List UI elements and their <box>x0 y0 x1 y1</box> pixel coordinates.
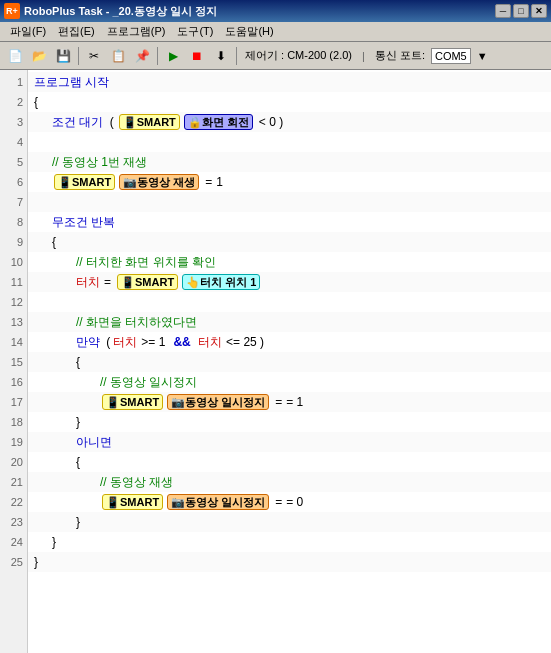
smart-block-3[interactable]: 📱 SMART <box>119 114 180 130</box>
line-num-9: 9 <box>0 232 27 252</box>
stop-button[interactable]: ⏹ <box>186 45 208 67</box>
code-line-11[interactable]: 터치 = 📱 SMART 👆 터치 위치 1 <box>28 272 551 292</box>
code-line-12 <box>28 292 551 312</box>
code-line-20[interactable]: { <box>28 452 551 472</box>
menu-edit[interactable]: 편집(E) <box>52 22 101 41</box>
code-line-16[interactable]: // 동영상 일시정지 <box>28 372 551 392</box>
code-line-24[interactable]: } <box>28 532 551 552</box>
code-line-6[interactable]: 📱 SMART 📷 동영상 재생 = 1 <box>28 172 551 192</box>
rotation-icon: 🔒 <box>188 116 202 129</box>
code-line-19[interactable]: 아니면 <box>28 432 551 452</box>
app-icon: R+ <box>4 3 20 19</box>
cut-button[interactable]: ✂ <box>83 45 105 67</box>
code-line-5[interactable]: // 동영상 1번 재생 <box>28 152 551 172</box>
lte-14: <= 25 ) <box>226 335 264 349</box>
condition-wait-kw: 조건 대기 <box>52 114 103 131</box>
menu-program[interactable]: 프로그램(P) <box>101 22 172 41</box>
comment-4: // 동영상 일시정지 <box>100 374 197 391</box>
code-line-2[interactable]: { <box>28 92 551 112</box>
video-play-block[interactable]: 📷 동영상 재생 <box>119 174 199 190</box>
brace-close-18: } <box>76 415 80 429</box>
code-line-25[interactable]: } <box>28 552 551 572</box>
smart-block-17[interactable]: 📱 SMART <box>102 394 163 410</box>
code-line-8[interactable]: 무조건 반복 <box>28 212 551 232</box>
brace-close-24: } <box>52 535 56 549</box>
code-line-15[interactable]: { <box>28 352 551 372</box>
program-start-keyword: 프로그램 시작 <box>34 74 109 91</box>
code-line-1[interactable]: 프로그램 시작 <box>28 72 551 92</box>
new-button[interactable]: 📄 <box>4 45 26 67</box>
code-line-4 <box>28 132 551 152</box>
touch-pos-block[interactable]: 👆 터치 위치 1 <box>182 274 260 290</box>
comment-3: // 화면을 터치하였다면 <box>76 314 197 331</box>
smart-block-6[interactable]: 📱 SMART <box>54 174 115 190</box>
brace-open-9: { <box>52 235 56 249</box>
phone-icon-11: 📱 <box>121 276 135 289</box>
line-num-7: 7 <box>0 192 27 212</box>
code-line-21[interactable]: // 동영상 재생 <box>28 472 551 492</box>
main-area: 1 2 3 4 5 6 7 8 9 10 11 12 13 14 15 16 1… <box>0 70 551 653</box>
save-button[interactable]: 💾 <box>52 45 74 67</box>
menu-help[interactable]: 도움말(H) <box>219 22 279 41</box>
download-button[interactable]: ⬇ <box>210 45 232 67</box>
close-button[interactable]: ✕ <box>531 4 547 18</box>
brace-close-25: } <box>34 555 38 569</box>
code-line-18[interactable]: } <box>28 412 551 432</box>
brace-close-23: } <box>76 515 80 529</box>
dropdown-arrow-icon[interactable]: ▼ <box>477 50 488 62</box>
window-title: RoboPlus Task - _20.동영상 일시 정지 <box>24 4 495 19</box>
smart-block-22[interactable]: 📱 SMART <box>102 494 163 510</box>
port-value[interactable]: COM5 <box>431 48 471 64</box>
port-label: 통신 포트: <box>375 48 425 63</box>
camera-icon-6: 📷 <box>123 176 137 189</box>
open-button[interactable]: 📂 <box>28 45 50 67</box>
line-num-23: 23 <box>0 512 27 532</box>
camera-icon-17: 📷 <box>171 396 185 409</box>
comment-5: // 동영상 재생 <box>100 474 173 491</box>
code-line-23[interactable]: } <box>28 512 551 532</box>
paste-button[interactable]: 📌 <box>131 45 153 67</box>
line-num-15: 15 <box>0 352 27 372</box>
code-line-7 <box>28 192 551 212</box>
code-line-17[interactable]: 📱 SMART 📷 동영상 일시정지 = = 1 <box>28 392 551 412</box>
minimize-button[interactable]: ─ <box>495 4 511 18</box>
and-kw: && <box>173 335 190 349</box>
video-pause-block-22[interactable]: 📷 동영상 일시정지 <box>167 494 269 510</box>
code-line-9[interactable]: { <box>28 232 551 252</box>
line-num-19: 19 <box>0 432 27 452</box>
screen-rotation-block[interactable]: 🔒 화면 회전 <box>184 114 253 130</box>
line-num-6: 6 <box>0 172 27 192</box>
code-line-22[interactable]: 📱 SMART 📷 동영상 일시정지 = = 0 <box>28 492 551 512</box>
equals-11: = <box>104 275 111 289</box>
toolbar-separator-1 <box>78 47 79 65</box>
run-button[interactable]: ▶ <box>162 45 184 67</box>
line-num-20: 20 <box>0 452 27 472</box>
gte-14: >= 1 <box>141 335 165 349</box>
code-editor[interactable]: 프로그램 시작 { 조건 대기 ( 📱 SMART 🔒 화면 회전 < 0 ) … <box>28 70 551 653</box>
window-controls: ─ □ ✕ <box>495 4 547 18</box>
toolbar-separator-2 <box>157 47 158 65</box>
line-num-10: 10 <box>0 252 27 272</box>
code-line-14[interactable]: 만약 ( 터치 >= 1 && 터치 <= 25 ) <box>28 332 551 352</box>
value-22: = 0 <box>286 495 303 509</box>
toolbar-separator-3 <box>236 47 237 65</box>
video-pause-block-17[interactable]: 📷 동영상 일시정지 <box>167 394 269 410</box>
else-kw: 아니면 <box>76 434 112 451</box>
touch-var-11: 터치 <box>76 274 100 291</box>
brace-open-20: { <box>76 455 80 469</box>
copy-button[interactable]: 📋 <box>107 45 129 67</box>
maximize-button[interactable]: □ <box>513 4 529 18</box>
code-line-3[interactable]: 조건 대기 ( 📱 SMART 🔒 화면 회전 < 0 ) <box>28 112 551 132</box>
code-line-13[interactable]: // 화면을 터치하였다면 <box>28 312 551 332</box>
line-num-5: 5 <box>0 152 27 172</box>
comment-2: // 터치한 화면 위치를 확인 <box>76 254 216 271</box>
camera-icon-22: 📷 <box>171 496 185 509</box>
code-line-10[interactable]: // 터치한 화면 위치를 확인 <box>28 252 551 272</box>
menu-file[interactable]: 파일(F) <box>4 22 52 41</box>
menu-tools[interactable]: 도구(T) <box>171 22 219 41</box>
infinite-loop-kw: 무조건 반복 <box>52 214 115 231</box>
equals-17: = <box>275 395 282 409</box>
phone-icon-3: 📱 <box>123 116 137 129</box>
line-num-24: 24 <box>0 532 27 552</box>
smart-block-11[interactable]: 📱 SMART <box>117 274 178 290</box>
